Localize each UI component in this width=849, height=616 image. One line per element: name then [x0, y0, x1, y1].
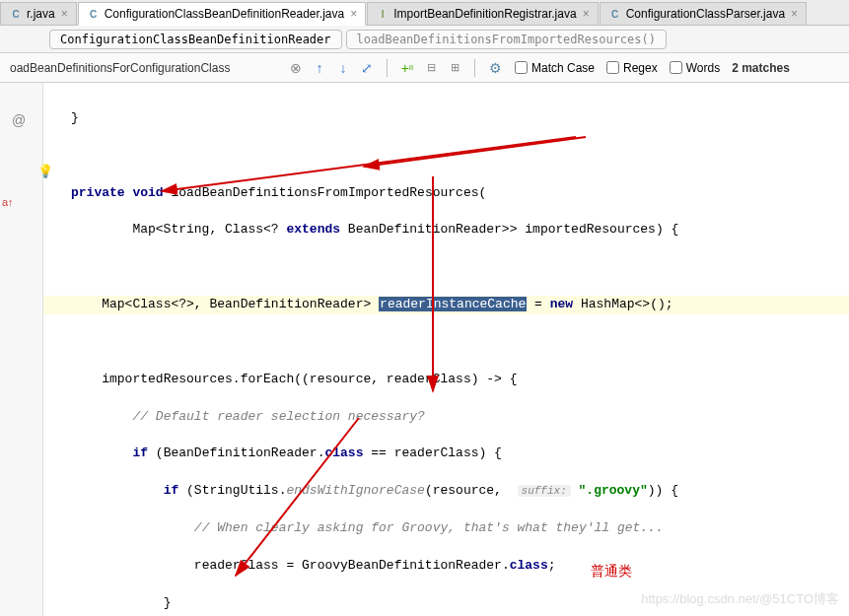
- close-icon[interactable]: ×: [791, 7, 798, 21]
- class-icon: C: [608, 7, 622, 21]
- match-case-checkbox[interactable]: Match Case: [515, 61, 595, 75]
- search-input[interactable]: [4, 58, 280, 78]
- collapse-icon[interactable]: ⊟: [423, 60, 439, 76]
- gear-icon[interactable]: ⚙: [487, 60, 503, 76]
- words-input[interactable]: [670, 61, 682, 74]
- words-checkbox[interactable]: Words: [670, 61, 720, 75]
- diff-icon[interactable]: a↑: [2, 196, 14, 208]
- separator: [474, 59, 475, 77]
- regex-input[interactable]: [606, 61, 619, 74]
- class-icon: C: [87, 7, 101, 21]
- close-icon[interactable]: ×: [350, 7, 357, 21]
- editor-main: @ 💡 a↑ } private void loadBeanDefinition…: [0, 83, 849, 616]
- editor-tabs: C r.java × C ConfigurationClassBeanDefin…: [0, 0, 849, 26]
- add-icon[interactable]: +II: [399, 60, 415, 76]
- close-icon[interactable]: ×: [61, 7, 68, 21]
- breadcrumb-method[interactable]: loadBeanDefinitionsFromImportedResources…: [346, 30, 667, 49]
- search-toolbar: ⊗ ↑ ↓ ⤢ +II ⊟ ⊞ ⚙ Match Case Regex Words…: [0, 53, 849, 83]
- expand-icon[interactable]: ⊞: [447, 60, 462, 76]
- tab-label: ConfigurationClassParser.java: [626, 7, 785, 21]
- annotation-label: 普通类: [591, 561, 632, 581]
- separator: [387, 59, 388, 77]
- close-icon[interactable]: ×: [583, 7, 590, 21]
- words-label: Words: [686, 61, 720, 75]
- select-all-icon[interactable]: ⤢: [359, 60, 375, 76]
- gutter: @ 💡 a↑: [0, 83, 43, 616]
- override-icon[interactable]: @: [12, 112, 26, 128]
- tab-label: ConfigurationClassBeanDefinitionReader.j…: [105, 7, 344, 21]
- tab-label: ImportBeanDefinitionRegistrar.java: [393, 7, 576, 21]
- tab-label: r.java: [27, 7, 55, 21]
- down-icon[interactable]: ↓: [335, 60, 351, 76]
- regex-checkbox[interactable]: Regex: [606, 61, 658, 75]
- tab-config-reader[interactable]: C ConfigurationClassBeanDefinitionReader…: [78, 2, 367, 26]
- clear-icon[interactable]: ⊗: [288, 60, 304, 76]
- match-case-input[interactable]: [515, 61, 528, 74]
- tab-import-registrar[interactable]: I ImportBeanDefinitionRegistrar.java ×: [367, 2, 598, 25]
- up-icon[interactable]: ↑: [312, 60, 327, 76]
- watermark: https://blog.csdn.net/@51CTO博客: [641, 590, 839, 608]
- class-icon: C: [9, 7, 23, 21]
- code-editor[interactable]: } private void loadBeanDefinitionsFromIm…: [43, 83, 849, 616]
- tab-config-parser[interactable]: C ConfigurationClassParser.java ×: [600, 2, 807, 25]
- interface-icon: I: [376, 7, 389, 21]
- breadcrumb: ConfigurationClassBeanDefinitionReader l…: [0, 26, 849, 53]
- matches-count: 2 matches: [732, 61, 790, 75]
- regex-label: Regex: [623, 61, 658, 75]
- breadcrumb-class[interactable]: ConfigurationClassBeanDefinitionReader: [49, 30, 342, 49]
- match-case-label: Match Case: [531, 61, 595, 75]
- tab-partial[interactable]: C r.java ×: [0, 2, 77, 25]
